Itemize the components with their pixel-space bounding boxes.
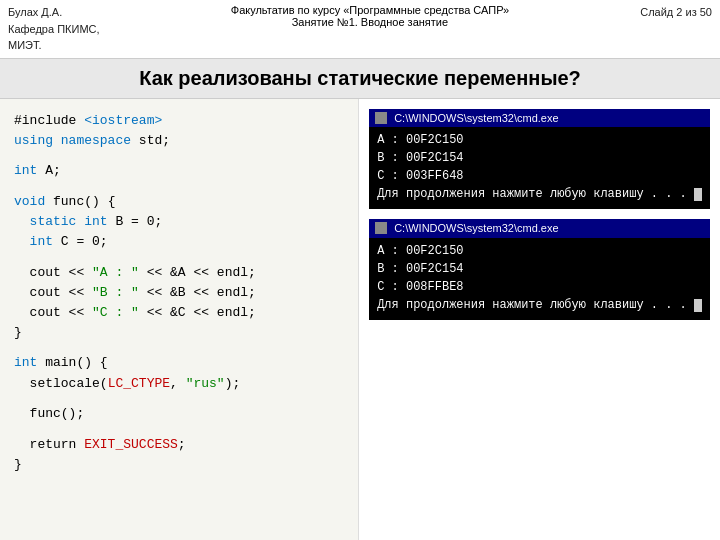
cmd-body-1: A : 00F2C150 B : 00F2C154 C : 003FF648 Д… <box>369 127 710 209</box>
code-line-6: int C = 0; <box>14 232 344 252</box>
cmd-window-2: C:\WINDOWS\system32\cmd.exe A : 00F2C150… <box>369 219 710 320</box>
cmd-titlebar-2: C:\WINDOWS\system32\cmd.exe <box>369 219 710 238</box>
cmd-icon-1 <box>375 112 387 124</box>
code-line-4: void func() { <box>14 192 344 212</box>
code-line-11: int main() { <box>14 353 344 373</box>
slide-number: Слайд 2 из 50 <box>640 4 712 18</box>
header-center: Факультатив по курсу «Программные средст… <box>231 4 509 28</box>
cmd-body-2: A : 00F2C150 B : 00F2C154 C : 008FFBE8 Д… <box>369 238 710 320</box>
cmd-line-1-4: Для продолжения нажмите любую клавишу . … <box>377 185 702 203</box>
code-line-14: return EXIT_SUCCESS; <box>14 435 344 455</box>
code-line-9: cout << "C : " << &C << endl; <box>14 303 344 323</box>
cmd-title-text-2: C:\WINDOWS\system32\cmd.exe <box>394 220 558 237</box>
code-line-12: setlocale(LC_CTYPE, "rus"); <box>14 374 344 394</box>
header-left: Булах Д.А. Кафедра ПКИМС, МИЭТ. <box>8 4 100 54</box>
code-line-1: #include <iostream> <box>14 111 344 131</box>
cmd-line-1-2: B : 00F2C154 <box>377 149 702 167</box>
code-line-5: static int B = 0; <box>14 212 344 232</box>
code-panel: #include <iostream> using namespace std;… <box>0 99 359 541</box>
code-line-2: using namespace std; <box>14 131 344 151</box>
code-line-15: } <box>14 455 344 475</box>
code-line-13: func(); <box>14 404 344 424</box>
cmd-line-2-3: C : 008FFBE8 <box>377 278 702 296</box>
slide-title: Как реализованы статические переменные? <box>0 59 720 99</box>
cmd-line-2-2: B : 00F2C154 <box>377 260 702 278</box>
code-line-10: } <box>14 323 344 343</box>
cursor-2 <box>694 299 702 312</box>
cmd-line-1-1: A : 00F2C150 <box>377 131 702 149</box>
author-name: Булах Д.А. <box>8 4 100 21</box>
code-line-3: int A; <box>14 161 344 181</box>
lesson-title: Занятие №1. Вводное занятие <box>231 16 509 28</box>
right-panel: C:\WINDOWS\system32\cmd.exe A : 00F2C150… <box>359 99 720 541</box>
course-title: Факультатив по курсу «Программные средст… <box>231 4 509 16</box>
code-line-7: cout << "A : " << &A << endl; <box>14 263 344 283</box>
cmd-line-2-1: A : 00F2C150 <box>377 242 702 260</box>
cmd-line-2-4: Для продолжения нажмите любую клавишу . … <box>377 296 702 314</box>
cmd-icon-2 <box>375 222 387 234</box>
cmd-title-text-1: C:\WINDOWS\system32\cmd.exe <box>394 110 558 127</box>
department: Кафедра ПКИМС, <box>8 21 100 38</box>
cursor-1 <box>694 188 702 201</box>
cmd-window-1: C:\WINDOWS\system32\cmd.exe A : 00F2C150… <box>369 109 710 210</box>
main-content: #include <iostream> using namespace std;… <box>0 99 720 541</box>
institute: МИЭТ. <box>8 37 100 54</box>
header: Булах Д.А. Кафедра ПКИМС, МИЭТ. Факульта… <box>0 0 720 59</box>
code-line-8: cout << "B : " << &B << endl; <box>14 283 344 303</box>
cmd-titlebar-1: C:\WINDOWS\system32\cmd.exe <box>369 109 710 128</box>
cmd-line-1-3: C : 003FF648 <box>377 167 702 185</box>
